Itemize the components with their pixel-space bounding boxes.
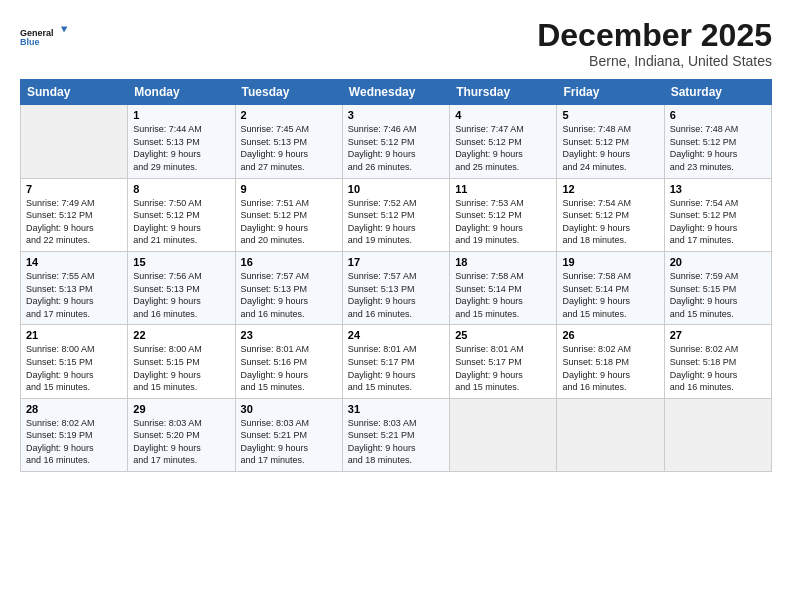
day-number: 6 <box>670 109 766 121</box>
day-info: Sunrise: 8:02 AMSunset: 5:18 PMDaylight:… <box>670 343 766 393</box>
dow-sunday: Sunday <box>21 80 128 105</box>
dow-friday: Friday <box>557 80 664 105</box>
day-info: Sunrise: 8:01 AMSunset: 5:17 PMDaylight:… <box>455 343 551 393</box>
cell-w3-d5: 26Sunrise: 8:02 AMSunset: 5:18 PMDayligh… <box>557 325 664 398</box>
day-info: Sunrise: 8:03 AMSunset: 5:21 PMDaylight:… <box>348 417 444 467</box>
cell-w2-d0: 14Sunrise: 7:55 AMSunset: 5:13 PMDayligh… <box>21 251 128 324</box>
day-info: Sunrise: 8:00 AMSunset: 5:15 PMDaylight:… <box>133 343 229 393</box>
svg-text:General: General <box>20 28 54 38</box>
day-info: Sunrise: 8:02 AMSunset: 5:19 PMDaylight:… <box>26 417 122 467</box>
svg-marker-2 <box>61 27 68 33</box>
cell-w0-d6: 6Sunrise: 7:48 AMSunset: 5:12 PMDaylight… <box>664 105 771 178</box>
day-info: Sunrise: 7:49 AMSunset: 5:12 PMDaylight:… <box>26 197 122 247</box>
day-info: Sunrise: 8:00 AMSunset: 5:15 PMDaylight:… <box>26 343 122 393</box>
day-number: 19 <box>562 256 658 268</box>
day-info: Sunrise: 7:48 AMSunset: 5:12 PMDaylight:… <box>670 123 766 173</box>
cell-w2-d4: 18Sunrise: 7:58 AMSunset: 5:14 PMDayligh… <box>450 251 557 324</box>
day-info: Sunrise: 7:44 AMSunset: 5:13 PMDaylight:… <box>133 123 229 173</box>
day-info: Sunrise: 7:58 AMSunset: 5:14 PMDaylight:… <box>562 270 658 320</box>
day-info: Sunrise: 7:52 AMSunset: 5:12 PMDaylight:… <box>348 197 444 247</box>
day-number: 31 <box>348 403 444 415</box>
cell-w3-d2: 23Sunrise: 8:01 AMSunset: 5:16 PMDayligh… <box>235 325 342 398</box>
day-number: 25 <box>455 329 551 341</box>
cell-w2-d6: 20Sunrise: 7:59 AMSunset: 5:15 PMDayligh… <box>664 251 771 324</box>
dow-monday: Monday <box>128 80 235 105</box>
cell-w4-d1: 29Sunrise: 8:03 AMSunset: 5:20 PMDayligh… <box>128 398 235 471</box>
day-number: 21 <box>26 329 122 341</box>
cell-w3-d4: 25Sunrise: 8:01 AMSunset: 5:17 PMDayligh… <box>450 325 557 398</box>
day-number: 30 <box>241 403 337 415</box>
day-number: 22 <box>133 329 229 341</box>
day-number: 26 <box>562 329 658 341</box>
day-info: Sunrise: 8:01 AMSunset: 5:17 PMDaylight:… <box>348 343 444 393</box>
day-number: 9 <box>241 183 337 195</box>
day-info: Sunrise: 8:03 AMSunset: 5:20 PMDaylight:… <box>133 417 229 467</box>
day-number: 16 <box>241 256 337 268</box>
cell-w0-d2: 2Sunrise: 7:45 AMSunset: 5:13 PMDaylight… <box>235 105 342 178</box>
day-info: Sunrise: 7:57 AMSunset: 5:13 PMDaylight:… <box>348 270 444 320</box>
cell-w3-d3: 24Sunrise: 8:01 AMSunset: 5:17 PMDayligh… <box>342 325 449 398</box>
dow-tuesday: Tuesday <box>235 80 342 105</box>
cell-w1-d1: 8Sunrise: 7:50 AMSunset: 5:12 PMDaylight… <box>128 178 235 251</box>
cell-w1-d2: 9Sunrise: 7:51 AMSunset: 5:12 PMDaylight… <box>235 178 342 251</box>
day-number: 18 <box>455 256 551 268</box>
cell-w2-d1: 15Sunrise: 7:56 AMSunset: 5:13 PMDayligh… <box>128 251 235 324</box>
cell-w0-d0 <box>21 105 128 178</box>
cell-w4-d6 <box>664 398 771 471</box>
day-info: Sunrise: 7:54 AMSunset: 5:12 PMDaylight:… <box>562 197 658 247</box>
day-info: Sunrise: 7:56 AMSunset: 5:13 PMDaylight:… <box>133 270 229 320</box>
dow-wednesday: Wednesday <box>342 80 449 105</box>
day-number: 14 <box>26 256 122 268</box>
day-info: Sunrise: 7:54 AMSunset: 5:12 PMDaylight:… <box>670 197 766 247</box>
day-number: 7 <box>26 183 122 195</box>
day-info: Sunrise: 7:47 AMSunset: 5:12 PMDaylight:… <box>455 123 551 173</box>
day-number: 11 <box>455 183 551 195</box>
day-info: Sunrise: 7:59 AMSunset: 5:15 PMDaylight:… <box>670 270 766 320</box>
day-info: Sunrise: 7:55 AMSunset: 5:13 PMDaylight:… <box>26 270 122 320</box>
day-info: Sunrise: 7:46 AMSunset: 5:12 PMDaylight:… <box>348 123 444 173</box>
cell-w4-d5 <box>557 398 664 471</box>
day-info: Sunrise: 7:48 AMSunset: 5:12 PMDaylight:… <box>562 123 658 173</box>
cell-w1-d5: 12Sunrise: 7:54 AMSunset: 5:12 PMDayligh… <box>557 178 664 251</box>
cell-w0-d4: 4Sunrise: 7:47 AMSunset: 5:12 PMDaylight… <box>450 105 557 178</box>
calendar-page: General Blue December 2025 Berne, Indian… <box>0 0 792 612</box>
title-block: December 2025 Berne, Indiana, United Sta… <box>537 18 772 69</box>
day-number: 12 <box>562 183 658 195</box>
day-number: 8 <box>133 183 229 195</box>
day-info: Sunrise: 7:58 AMSunset: 5:14 PMDaylight:… <box>455 270 551 320</box>
cell-w0-d5: 5Sunrise: 7:48 AMSunset: 5:12 PMDaylight… <box>557 105 664 178</box>
cell-w4-d3: 31Sunrise: 8:03 AMSunset: 5:21 PMDayligh… <box>342 398 449 471</box>
cell-w1-d3: 10Sunrise: 7:52 AMSunset: 5:12 PMDayligh… <box>342 178 449 251</box>
cell-w2-d5: 19Sunrise: 7:58 AMSunset: 5:14 PMDayligh… <box>557 251 664 324</box>
day-number: 17 <box>348 256 444 268</box>
page-subtitle: Berne, Indiana, United States <box>537 53 772 69</box>
logo: General Blue <box>20 18 70 58</box>
cell-w3-d6: 27Sunrise: 8:02 AMSunset: 5:18 PMDayligh… <box>664 325 771 398</box>
dow-thursday: Thursday <box>450 80 557 105</box>
day-number: 5 <box>562 109 658 121</box>
cell-w4-d0: 28Sunrise: 8:02 AMSunset: 5:19 PMDayligh… <box>21 398 128 471</box>
header: General Blue December 2025 Berne, Indian… <box>20 18 772 69</box>
cell-w4-d2: 30Sunrise: 8:03 AMSunset: 5:21 PMDayligh… <box>235 398 342 471</box>
day-number: 3 <box>348 109 444 121</box>
day-info: Sunrise: 8:03 AMSunset: 5:21 PMDaylight:… <box>241 417 337 467</box>
cell-w0-d3: 3Sunrise: 7:46 AMSunset: 5:12 PMDaylight… <box>342 105 449 178</box>
day-number: 28 <box>26 403 122 415</box>
day-number: 1 <box>133 109 229 121</box>
dow-saturday: Saturday <box>664 80 771 105</box>
svg-text:Blue: Blue <box>20 37 40 47</box>
logo-svg: General Blue <box>20 18 70 58</box>
day-number: 13 <box>670 183 766 195</box>
cell-w1-d4: 11Sunrise: 7:53 AMSunset: 5:12 PMDayligh… <box>450 178 557 251</box>
cell-w2-d2: 16Sunrise: 7:57 AMSunset: 5:13 PMDayligh… <box>235 251 342 324</box>
cell-w3-d0: 21Sunrise: 8:00 AMSunset: 5:15 PMDayligh… <box>21 325 128 398</box>
day-info: Sunrise: 7:50 AMSunset: 5:12 PMDaylight:… <box>133 197 229 247</box>
cell-w2-d3: 17Sunrise: 7:57 AMSunset: 5:13 PMDayligh… <box>342 251 449 324</box>
cell-w4-d4 <box>450 398 557 471</box>
day-number: 27 <box>670 329 766 341</box>
day-number: 10 <box>348 183 444 195</box>
day-number: 29 <box>133 403 229 415</box>
cell-w1-d0: 7Sunrise: 7:49 AMSunset: 5:12 PMDaylight… <box>21 178 128 251</box>
day-number: 20 <box>670 256 766 268</box>
day-number: 24 <box>348 329 444 341</box>
